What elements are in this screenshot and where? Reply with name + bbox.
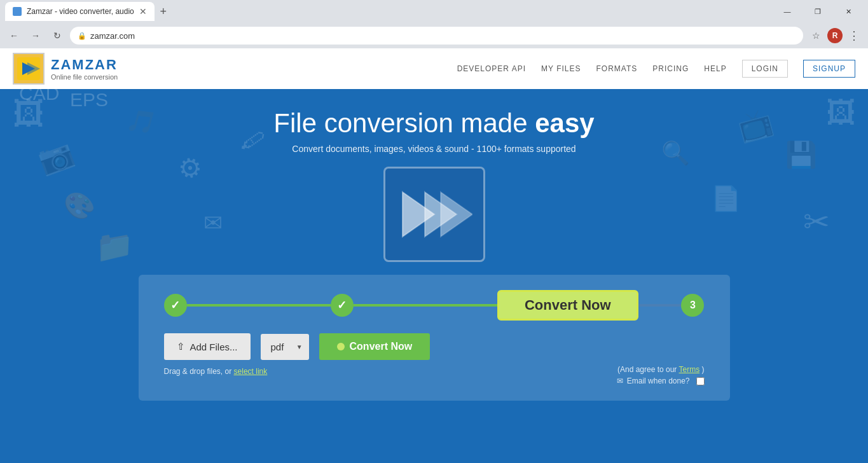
email-label: Email when done? [627, 377, 690, 385]
terms-label: (And agree to our [617, 365, 677, 374]
add-files-label: Add Files... [190, 342, 238, 352]
email-row: ✉ Email when done? [617, 377, 705, 385]
window-controls: — ❐ ✕ [773, 0, 863, 23]
doodle-pencil: 🖊 [240, 125, 268, 156]
drag-drop-text: Drag & drop files, or select link [164, 367, 268, 376]
step-3-circle: 3 [681, 294, 704, 317]
hero-subtitle: Convert documents, images, videos & soun… [292, 144, 575, 154]
bookmark-button[interactable]: ☆ [807, 27, 825, 45]
doodle-right-1: 🖼 [826, 95, 855, 130]
progress-steps: ✓ ✓ Convert Now 3 [164, 290, 705, 321]
doodle-right-6: 🔍 [661, 140, 690, 167]
email-icon: ✉ [617, 377, 623, 385]
logo-anim-box [383, 167, 485, 262]
nav-links: DEVELOPER API MY FILES FORMATS PRICING H… [457, 60, 855, 78]
upload-icon: ⇧ [177, 341, 185, 352]
nav-help[interactable]: HELP [704, 64, 726, 73]
doodle-right-3: 📺 [734, 104, 776, 145]
step-line-3 [638, 304, 682, 307]
site-header: ZAMZAR Online file conversion DEVELOPER … [0, 48, 868, 89]
convert-now-button[interactable]: Convert Now [319, 333, 431, 360]
hero-title-part1: File conversion made [273, 108, 535, 138]
refresh-button[interactable]: ↻ [48, 27, 66, 45]
drag-drop-area: Drag & drop files, or select link [164, 365, 268, 377]
doodle-email: ✉ [203, 210, 223, 237]
browser-menu-button[interactable]: ⋮ [845, 27, 863, 45]
form-row: ⇧ Add Files... pdf mp3 mp4 jpg png doc ▼ [164, 333, 705, 360]
doodle-gear: ⚙ [176, 151, 205, 186]
new-tab-button[interactable]: + [155, 3, 172, 20]
nav-formats[interactable]: FORMATS [596, 64, 637, 73]
terms-close: ) [702, 365, 705, 374]
tab-title: Zamzar - video converter, audio [27, 7, 134, 16]
browser-chrome: Zamzar - video converter, audio ✕ + — ❐ … [0, 0, 868, 48]
step-2-circle: ✓ [331, 294, 354, 317]
hero-title-bold: easy [535, 108, 594, 138]
terms-link[interactable]: Terms [679, 365, 699, 374]
convert-btn-label: Convert Now [350, 341, 413, 352]
close-button[interactable]: ✕ [834, 0, 863, 23]
logo-area: ZAMZAR Online file conversion [13, 53, 118, 85]
convert-btn-wrapper: Convert Now [319, 333, 431, 360]
address-input[interactable]: 🔒 zamzar.com [70, 27, 803, 45]
signup-button[interactable]: SIGNUP [803, 60, 855, 78]
doodle-png: 🖼 [13, 95, 45, 132]
nav-pricing[interactable]: PRICING [652, 64, 689, 73]
address-bar: ← → ↻ 🔒 zamzar.com ☆ R ⋮ [0, 23, 868, 48]
hero-title: File conversion made easy [273, 108, 594, 139]
back-button[interactable]: ← [5, 27, 23, 45]
convert-btn-dot [337, 343, 345, 350]
doodle-folder: 📁 [95, 229, 134, 265]
conversion-panel: ✓ ✓ Convert Now 3 ⇧ Add Files... [139, 275, 730, 401]
terms-area: (And agree to our Terms ) ✉ Email when d… [617, 365, 705, 385]
logo-subtitle: Online file conversion [51, 73, 118, 81]
tab-favicon [13, 7, 22, 16]
doodle-right-2: 💾 [785, 140, 817, 170]
lock-icon: 🔒 [78, 32, 86, 40]
forward-button[interactable]: → [27, 27, 45, 45]
hero-section: 🖼 📷 🎨 🎵 📁 ⚙ ✉ 🖊 🖼 💾 📺 📄 ✂ 🔍 CAD EPS File… [0, 89, 868, 401]
logo-box [13, 53, 45, 85]
browser-tab[interactable]: Zamzar - video converter, audio ✕ [5, 2, 155, 21]
nav-my-files[interactable]: MY FILES [541, 64, 581, 73]
url-text: zamzar.com [90, 31, 796, 41]
convert-now-step-button[interactable]: Convert Now [497, 290, 638, 321]
doodle-right-4: 📄 [711, 184, 741, 212]
svg-marker-5 [441, 192, 472, 237]
step-line-2 [354, 304, 497, 307]
addressbar-actions: ☆ R ⋮ [807, 27, 863, 45]
doodle-right-5: ✂ [803, 204, 830, 240]
step-2-check: ✓ [337, 298, 347, 312]
step-1-check: ✓ [170, 298, 180, 312]
doodle-ps: 🎨 [64, 191, 95, 221]
step-line-1 [187, 304, 331, 307]
login-button[interactable]: LOGIN [742, 60, 788, 78]
form-footer: Drag & drop files, or select link (And a… [164, 365, 705, 385]
play-arrows-svg [396, 183, 472, 246]
maximize-button[interactable]: ❐ [803, 0, 832, 23]
logo-title: ZAMZAR [51, 57, 118, 73]
add-files-button[interactable]: ⇧ Add Files... [164, 333, 251, 360]
terms-text: (And agree to our Terms ) [617, 365, 705, 374]
format-select-wrapper: pdf mp3 mp4 jpg png doc ▼ [261, 334, 309, 360]
minimize-button[interactable]: — [773, 0, 802, 23]
user-avatar[interactable]: R [827, 28, 843, 43]
step-3-num: 3 [690, 300, 696, 311]
doodle-music: 🎵 [124, 105, 158, 138]
email-checkbox[interactable] [696, 377, 705, 385]
select-link[interactable]: select link [234, 367, 268, 376]
logo-animation [383, 167, 485, 262]
drag-drop-label: Drag & drop files, or [164, 367, 232, 376]
format-select[interactable]: pdf mp3 mp4 jpg png doc [261, 334, 309, 360]
tab-close-button[interactable]: ✕ [139, 6, 147, 17]
doodle-eps: EPS [70, 89, 108, 111]
logo-text: ZAMZAR Online file conversion [51, 57, 118, 81]
doodle-cad: CAD [19, 89, 59, 104]
page-content: ZAMZAR Online file conversion DEVELOPER … [0, 48, 868, 463]
nav-developer-api[interactable]: DEVELOPER API [457, 64, 526, 73]
doodle-jpg: 📷 [34, 135, 78, 178]
step-1-circle: ✓ [164, 294, 187, 317]
